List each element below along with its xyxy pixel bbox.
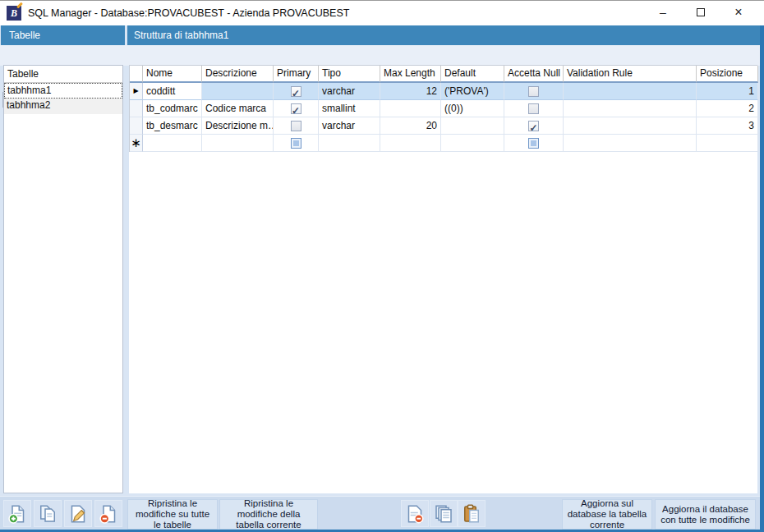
cell-tipo[interactable]: varchar <box>319 117 380 135</box>
sql-manager-window: B SQL Manager - Database:PROVACUBEST - A… <box>0 0 764 532</box>
grid-header-row: Nome Descrizione Primary Tipo Max Length… <box>130 66 757 83</box>
cell-primary <box>274 135 319 152</box>
accetta-null-checkbox[interactable] <box>528 103 539 114</box>
column-header-max-length[interactable]: Max Length <box>380 66 441 83</box>
restore-all-tables-button[interactable]: Ripristina le modifiche su tutte le tabe… <box>127 499 218 530</box>
cell-default[interactable]: ('PROVA') <box>441 83 504 100</box>
structure-grid: Nome Descrizione Primary Tipo Max Length… <box>129 65 757 152</box>
primary-checkbox[interactable] <box>291 138 301 149</box>
update-current-table-button[interactable]: Aggiorna sul database la tabella corrent… <box>562 499 652 530</box>
cell-max-length[interactable]: 20 <box>380 117 441 135</box>
window-right-border <box>760 25 764 532</box>
list-item-tabhhma1[interactable]: tabhhma1 <box>4 83 122 99</box>
list-item-tabhhma2[interactable]: tabhhma2 <box>4 99 122 114</box>
new-record-button[interactable] <box>3 500 31 527</box>
cell-nome[interactable]: codditt <box>143 83 202 100</box>
tables-panel: Tabelle tabhhma1 tabhhma2 <box>3 65 123 493</box>
accetta-null-checkbox[interactable] <box>528 86 539 97</box>
cell-primary <box>274 83 319 100</box>
column-header-default[interactable]: Default <box>441 66 504 83</box>
new-record-icon <box>7 504 27 524</box>
column-header-posizione[interactable]: Posizione <box>697 66 758 83</box>
cell-descrizione[interactable] <box>202 135 274 152</box>
paste-button[interactable] <box>458 500 486 527</box>
column-header-nome[interactable]: Nome <box>143 66 202 83</box>
cell-descrizione[interactable] <box>202 83 274 100</box>
copy-all-button[interactable] <box>430 500 458 527</box>
cell-accetta-null <box>504 83 564 100</box>
copy-record-icon <box>38 504 58 524</box>
column-header-tipo[interactable]: Tipo <box>319 66 380 83</box>
cell-validation-rule[interactable] <box>564 135 697 152</box>
cell-validation-rule[interactable] <box>564 83 697 100</box>
copy-record-button[interactable] <box>34 500 62 527</box>
minimize-button[interactable]: – <box>644 1 682 25</box>
row-selector-cell[interactable]: ∗ <box>130 135 143 152</box>
update-all-tables-button[interactable]: Aggiorna il database con tutte le modifi… <box>655 499 756 530</box>
cell-default[interactable] <box>441 117 504 135</box>
delete-record-button[interactable] <box>94 500 122 527</box>
paste-icon <box>462 504 481 524</box>
cell-accetta-null <box>504 117 564 135</box>
accetta-null-checkbox[interactable] <box>528 138 539 149</box>
remove-document-icon <box>405 504 425 524</box>
cell-posizione[interactable]: 3 <box>697 117 758 135</box>
cell-max-length[interactable] <box>380 100 441 117</box>
cell-tipo[interactable]: varchar <box>319 83 380 100</box>
structure-grid-panel: Nome Descrizione Primary Tipo Max Length… <box>129 65 757 493</box>
row-selector-cell[interactable] <box>130 117 143 135</box>
bottom-toolbar: Ripristina le modifiche su tutte le tabe… <box>0 496 760 530</box>
current-row-arrow-icon: ▶ <box>133 83 138 99</box>
primary-checkbox[interactable] <box>291 103 301 114</box>
minimize-icon: – <box>660 6 666 19</box>
delete-record-icon <box>99 504 118 524</box>
cell-default[interactable]: ((0)) <box>441 100 504 117</box>
remove-document-button[interactable] <box>401 500 429 527</box>
app-icon: B <box>7 6 21 21</box>
close-button[interactable]: × <box>720 1 757 25</box>
edit-record-button[interactable] <box>64 500 92 527</box>
column-header-validation-rule[interactable]: Validation Rule <box>564 66 697 83</box>
maximize-button[interactable] <box>682 1 720 25</box>
close-icon: × <box>734 5 742 19</box>
cell-tipo[interactable]: smallint <box>319 100 380 117</box>
accetta-null-checkbox[interactable] <box>528 121 539 131</box>
edit-record-icon <box>68 504 88 524</box>
cell-accetta-null <box>504 135 564 152</box>
new-row-asterisk-icon: ∗ <box>131 140 141 146</box>
column-header-descrizione[interactable]: Descrizione <box>202 66 274 83</box>
grid-row-codditt[interactable]: ▶ codditt varchar 12 ('PROVA') 1 <box>130 83 757 100</box>
grid-row-tb-desmarc[interactable]: tb_desmarc Descrizione m… varchar 20 3 <box>130 117 757 135</box>
row-selector-cell[interactable] <box>130 100 143 117</box>
cell-posizione[interactable]: 1 <box>697 83 758 100</box>
row-selector-cell[interactable]: ▶ <box>130 83 143 100</box>
filter-bar: Mod. Descr. tabella Agg. def. tabelle\ca… <box>0 45 760 66</box>
cell-descrizione[interactable]: Descrizione m… <box>202 117 274 135</box>
cell-posizione[interactable]: 2 <box>697 100 758 117</box>
primary-checkbox[interactable] <box>291 86 301 97</box>
tables-list-header: Tabelle <box>4 66 122 83</box>
cell-nome[interactable]: tb_codmarc <box>143 100 202 117</box>
cell-max-length[interactable]: 12 <box>380 83 441 100</box>
cell-validation-rule[interactable] <box>564 117 697 135</box>
titlebar[interactable]: B SQL Manager - Database:PROVACUBEST - A… <box>0 1 764 25</box>
cell-descrizione[interactable]: Codice marca <box>202 100 274 117</box>
primary-checkbox[interactable] <box>291 121 301 131</box>
structure-section-header: Struttura di tabhhma1 <box>127 25 760 45</box>
cell-accetta-null <box>504 100 564 117</box>
restore-current-table-button[interactable]: Ripristina le modifiche della tabella co… <box>219 499 318 530</box>
cell-primary <box>274 100 319 117</box>
window-title: SQL Manager - Database:PROVACUBEST - Azi… <box>28 7 349 19</box>
cell-default[interactable] <box>441 135 504 152</box>
cell-max-length[interactable] <box>380 135 441 152</box>
maximize-icon <box>697 8 705 16</box>
column-header-accetta-null[interactable]: Accetta Null <box>504 66 564 83</box>
column-header-primary[interactable]: Primary <box>274 66 319 83</box>
cell-tipo[interactable] <box>319 135 380 152</box>
cell-validation-rule[interactable] <box>564 100 697 117</box>
grid-new-row[interactable]: ∗ <box>130 135 757 152</box>
grid-row-tb-codmarc[interactable]: tb_codmarc Codice marca smallint ((0)) 2 <box>130 100 757 117</box>
cell-nome[interactable]: tb_desmarc <box>143 117 202 135</box>
cell-posizione[interactable] <box>697 135 758 152</box>
cell-nome[interactable] <box>143 135 202 152</box>
